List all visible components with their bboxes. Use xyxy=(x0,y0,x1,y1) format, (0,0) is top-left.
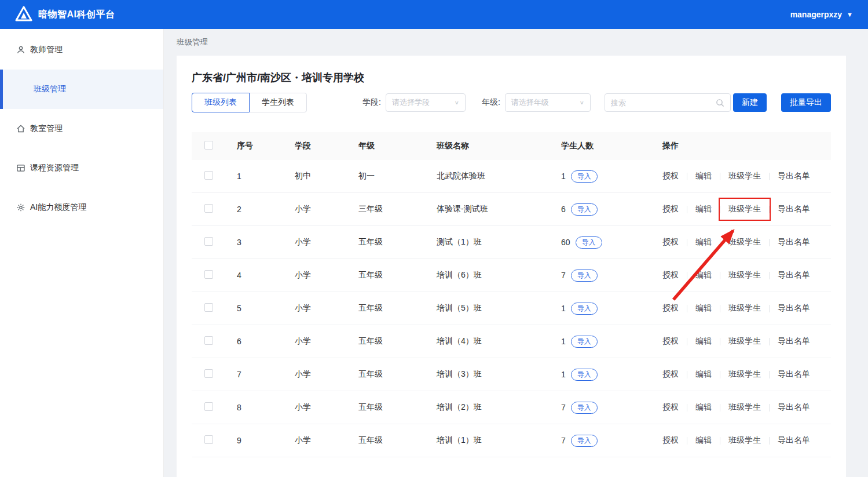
action-divider xyxy=(720,305,720,312)
breadcrumb: 班级管理 xyxy=(164,29,868,56)
import-button[interactable]: 导入 xyxy=(571,203,598,216)
sidebar-item-course-resources[interactable]: 课程资源管理 xyxy=(0,148,163,188)
action-class-students[interactable]: 班级学生 xyxy=(728,270,761,281)
import-button[interactable]: 导入 xyxy=(571,336,598,348)
cell-class-name: 培训（3）班 xyxy=(437,369,561,380)
stage-select-placeholder: 请选择学段 xyxy=(392,97,430,108)
action-class-students[interactable]: 班级学生 xyxy=(728,369,761,380)
stage-select[interactable]: 请选择学段 ∨ xyxy=(386,93,466,112)
create-button[interactable]: 新建 xyxy=(733,93,767,112)
cell-class-name: 测试（1）班 xyxy=(437,237,561,247)
search-box xyxy=(605,93,731,112)
action-divider xyxy=(687,437,687,445)
cell-index: 4 xyxy=(237,271,295,280)
action-class-students[interactable]: 班级学生 xyxy=(719,198,771,221)
actions-cell: 授权编辑班级学生导出名单 xyxy=(662,204,831,214)
column-header-stage: 学段 xyxy=(295,141,358,151)
row-checkbox[interactable] xyxy=(204,336,213,345)
row-checkbox[interactable] xyxy=(204,270,213,279)
action-edit[interactable]: 编辑 xyxy=(695,369,712,380)
action-divider xyxy=(687,371,687,378)
action-edit[interactable]: 编辑 xyxy=(695,204,712,214)
row-checkbox[interactable] xyxy=(204,237,213,246)
import-button[interactable]: 导入 xyxy=(571,369,598,381)
action-edit[interactable]: 编辑 xyxy=(695,303,712,314)
action-edit[interactable]: 编辑 xyxy=(695,171,712,181)
action-export-roster[interactable]: 导出名单 xyxy=(778,336,810,347)
tab-class-list[interactable]: 班级列表 xyxy=(192,93,250,112)
actions-cell: 授权编辑班级学生导出名单 xyxy=(662,237,831,247)
user-menu[interactable]: managerpxzy ▼ xyxy=(790,10,853,19)
cell-student-count: 60 xyxy=(561,238,570,247)
action-divider xyxy=(720,239,720,246)
action-edit[interactable]: 编辑 xyxy=(695,435,712,446)
action-export-roster[interactable]: 导出名单 xyxy=(778,435,810,446)
action-export-roster[interactable]: 导出名单 xyxy=(778,270,810,281)
action-edit[interactable]: 编辑 xyxy=(695,270,712,281)
action-divider xyxy=(687,404,687,412)
sidebar-item-classes[interactable]: 班级管理 xyxy=(0,70,163,109)
action-authorize[interactable]: 授权 xyxy=(662,336,679,347)
action-class-students[interactable]: 班级学生 xyxy=(728,237,761,247)
action-authorize[interactable]: 授权 xyxy=(662,303,679,314)
tab-student-list[interactable]: 学生列表 xyxy=(249,93,307,112)
import-button[interactable]: 导入 xyxy=(571,435,598,447)
action-divider xyxy=(687,338,687,345)
action-export-roster[interactable]: 导出名单 xyxy=(778,369,810,380)
action-export-roster[interactable]: 导出名单 xyxy=(778,237,810,247)
action-class-students[interactable]: 班级学生 xyxy=(728,336,761,347)
import-button[interactable]: 导入 xyxy=(571,270,598,282)
action-authorize[interactable]: 授权 xyxy=(662,204,679,214)
action-class-students[interactable]: 班级学生 xyxy=(728,435,761,446)
import-button[interactable]: 导入 xyxy=(571,170,598,183)
action-authorize[interactable]: 授权 xyxy=(662,369,679,380)
action-class-students[interactable]: 班级学生 xyxy=(728,303,761,314)
sidebar-item-classrooms[interactable]: 教室管理 xyxy=(0,109,163,148)
sidebar-item-teachers[interactable]: 教师管理 xyxy=(0,30,163,70)
cell-stage: 小学 xyxy=(295,402,358,413)
action-authorize[interactable]: 授权 xyxy=(662,402,679,413)
action-edit[interactable]: 编辑 xyxy=(695,336,712,347)
search-input[interactable] xyxy=(611,99,716,107)
row-checkbox[interactable] xyxy=(204,435,213,444)
cell-index: 2 xyxy=(237,205,295,214)
import-button[interactable]: 导入 xyxy=(576,236,602,249)
action-export-roster[interactable]: 导出名单 xyxy=(778,402,810,413)
select-all-checkbox[interactable] xyxy=(204,141,213,150)
cell-student-count: 7 xyxy=(561,403,566,412)
action-authorize[interactable]: 授权 xyxy=(662,270,679,281)
column-header-student-count: 学生人数 xyxy=(561,141,662,151)
row-checkbox[interactable] xyxy=(204,204,213,213)
table-body: 1初中初一北武院体验班1导入授权编辑班级学生导出名单2小学三年级体验课-测试班6… xyxy=(192,160,831,457)
search-icon[interactable] xyxy=(716,99,724,107)
sidebar-item-label: 教师管理 xyxy=(30,45,63,55)
chevron-down-icon: ∨ xyxy=(455,100,459,105)
actions-cell: 授权编辑班级学生导出名单 xyxy=(662,402,831,413)
batch-export-button[interactable]: 批量导出 xyxy=(781,93,831,112)
grade-select[interactable]: 请选择年级 ∨ xyxy=(505,93,591,112)
action-authorize[interactable]: 授权 xyxy=(662,171,679,181)
sidebar-item-ai-quota[interactable]: AI能力额度管理 xyxy=(0,188,163,227)
action-edit[interactable]: 编辑 xyxy=(695,402,712,413)
stage-filter-label: 学段: xyxy=(362,97,381,108)
cell-grade: 五年级 xyxy=(358,270,437,281)
cell-grade: 初一 xyxy=(358,171,437,181)
action-class-students[interactable]: 班级学生 xyxy=(728,402,761,413)
action-class-students[interactable]: 班级学生 xyxy=(728,171,761,181)
tab-group: 班级列表 学生列表 xyxy=(192,93,307,112)
action-edit[interactable]: 编辑 xyxy=(695,237,712,247)
action-export-roster[interactable]: 导出名单 xyxy=(778,303,810,314)
app-logo-icon xyxy=(15,6,32,24)
action-export-roster[interactable]: 导出名单 xyxy=(778,171,810,181)
cell-index: 9 xyxy=(237,436,295,445)
import-button[interactable]: 导入 xyxy=(571,402,598,414)
action-export-roster[interactable]: 导出名单 xyxy=(778,204,810,214)
row-checkbox[interactable] xyxy=(204,303,213,312)
action-authorize[interactable]: 授权 xyxy=(662,237,679,247)
row-checkbox[interactable] xyxy=(204,171,213,180)
grade-filter-label: 年级: xyxy=(482,97,500,108)
row-checkbox[interactable] xyxy=(204,402,213,411)
row-checkbox[interactable] xyxy=(204,369,213,378)
import-button[interactable]: 导入 xyxy=(571,303,598,315)
action-authorize[interactable]: 授权 xyxy=(662,435,679,446)
